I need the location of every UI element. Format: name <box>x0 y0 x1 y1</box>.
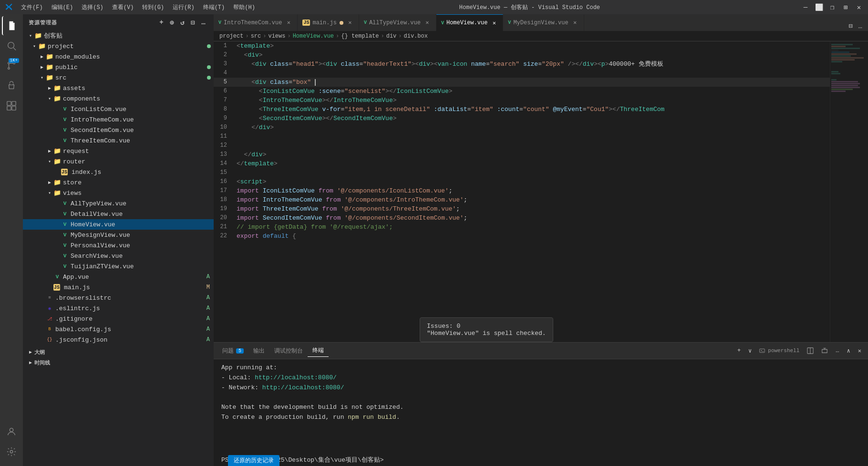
activity-source-control[interactable]: 1K+ <box>2 56 21 75</box>
tree-item-node-modules[interactable]: ▶ 📁 node_modules <box>23 51 214 62</box>
menu-file[interactable]: 文件(F) <box>17 2 47 12</box>
local-url[interactable]: http://localhost:8080/ <box>255 374 337 381</box>
tree-item-public[interactable]: ▶ 📁 public <box>23 62 214 72</box>
tab-all-type[interactable]: V AllTypeView.vue ✕ <box>359 14 436 31</box>
breadcrumb-homeview[interactable]: HomeView.vue <box>293 33 334 40</box>
breadcrumb-template[interactable]: {} template <box>341 33 379 40</box>
tree-item-index-js[interactable]: ▶ JS index.js <box>23 167 214 177</box>
activity-bar: 1K+ <box>0 14 23 466</box>
tree-item-views[interactable]: ▾ 📁 views <box>23 188 214 198</box>
close-panel-button[interactable]: ✕ <box>855 346 864 355</box>
tree-item-router[interactable]: ▾ 📁 router <box>23 156 214 167</box>
panel-tab-problems[interactable]: 问题 5 <box>217 345 248 357</box>
activity-debug[interactable] <box>2 76 21 95</box>
activity-settings[interactable] <box>2 442 21 461</box>
activity-explorer[interactable] <box>2 16 21 35</box>
tab-close-mydesign[interactable]: ✕ <box>571 19 579 27</box>
tree-item-project[interactable]: ▾ 📁 project <box>23 41 214 51</box>
tab-homeview[interactable]: V HomeView.vue ✕ <box>436 14 503 31</box>
activity-search[interactable] <box>2 36 21 55</box>
menu-goto[interactable]: 转到(G) <box>138 2 168 12</box>
tree-item-store[interactable]: ▶ 📁 store <box>23 177 214 188</box>
tree-root[interactable]: ▾ 📁 创客贴 <box>23 30 214 41</box>
new-file-icon[interactable]: + <box>157 18 166 27</box>
layout-button[interactable]: ⊞ <box>840 2 851 12</box>
tree-item-app-vue[interactable]: ▶ V App.vue A <box>23 272 214 282</box>
maximize-button[interactable]: ❐ <box>827 2 837 12</box>
kill-terminal-button[interactable] <box>818 346 831 355</box>
window-title: HomeView.vue — 创客贴 - Visual Studio Code <box>259 3 800 11</box>
breadcrumb-div[interactable]: div <box>386 33 397 40</box>
new-terminal-button[interactable]: + <box>734 346 744 355</box>
tab-mydesign[interactable]: V MyDesignView.vue ✕ <box>503 14 584 31</box>
breadcrumb-project[interactable]: project <box>219 33 243 40</box>
tree-item-assets[interactable]: ▶ 📁 assets <box>23 83 214 93</box>
tree-arrow-src: ▾ <box>38 74 46 81</box>
refresh-icon[interactable]: ↺ <box>178 18 187 27</box>
tree-item-intro-theme[interactable]: ▶ V IntroThemeCom.vue <box>23 114 214 125</box>
tree-item-search[interactable]: ▶ V SearchView.vue <box>23 251 214 261</box>
tree-item-gitignore[interactable]: ▶ ⎇ .gitignore A <box>23 314 214 324</box>
tree-item-mydesign[interactable]: ▶ V MyDesignView.vue <box>23 230 214 240</box>
tree-label-app-vue: App.vue <box>63 274 207 281</box>
tree-item-src[interactable]: ▾ 📁 src <box>23 72 214 83</box>
panel-tab-debug-console[interactable]: 调试控制台 <box>269 345 308 357</box>
tree-item-second-item[interactable]: ▶ V SecondItemCom.vue <box>23 125 214 135</box>
collapse-icon[interactable]: ⊟ <box>189 18 197 27</box>
tree-section-timeline[interactable]: ▶ 时间线 <box>23 357 214 368</box>
tree-item-all-type[interactable]: ▶ V AllTypeView.vue <box>23 198 214 209</box>
breadcrumb-views[interactable]: views <box>268 33 285 40</box>
tab-intro-theme[interactable]: V IntroThemeCom.vue ✕ <box>214 14 298 31</box>
tab-close-main-js[interactable]: ✕ <box>346 19 354 27</box>
tree-item-eslintrc[interactable]: ▶ ◉ .eslintrc.js A <box>23 303 214 314</box>
tree-item-icon-list[interactable]: ▶ V IconListCom.vue <box>23 104 214 114</box>
breadcrumb-div-box[interactable]: div.box <box>404 33 428 40</box>
panel: 问题 5 输出 调试控制台 终端 + ∨ <box>214 342 868 466</box>
tab-main-js[interactable]: JS main.js ✕ <box>298 14 359 31</box>
menu-select[interactable]: 选择(S) <box>78 2 107 12</box>
tree-item-babel[interactable]: ▶ B babel.config.js A <box>23 324 214 334</box>
tab-close-intro-theme[interactable]: ✕ <box>285 19 292 27</box>
more-tabs-button[interactable]: … <box>857 21 864 31</box>
menu-view[interactable]: 查看(V) <box>108 2 138 12</box>
line-num-5: 5 <box>214 78 233 87</box>
network-url[interactable]: http://localhost:8080/ <box>262 384 344 391</box>
menu-terminal[interactable]: 终端(T) <box>199 2 229 12</box>
tree-item-detail[interactable]: ▶ V DetailView.vue <box>23 209 214 219</box>
tree-item-homeview[interactable]: ▶ V HomeView.vue <box>23 219 214 230</box>
tab-close-all-type[interactable]: ✕ <box>424 19 431 27</box>
browserslist-icon: ≡ <box>46 294 53 302</box>
split-editor-button[interactable]: ⊟ <box>847 21 854 31</box>
code-editor[interactable]: 1 <template> 2 <div> 3 <div class="head1… <box>214 41 830 342</box>
menu-run[interactable]: 运行(R) <box>169 2 198 12</box>
restore-button[interactable]: ⬜ <box>814 2 824 12</box>
tree-item-request[interactable]: ▶ 📁 request <box>23 146 214 156</box>
split-terminal-button[interactable] <box>804 346 816 355</box>
tree-item-browserslistrc[interactable]: ▶ ≡ .browserslistrc A <box>23 293 214 303</box>
tree-item-components[interactable]: ▾ 📁 components <box>23 93 214 104</box>
close-button[interactable]: ✕ <box>854 2 864 12</box>
collapse-panel-button[interactable]: ∧ <box>844 346 853 355</box>
minimize-button[interactable]: — <box>800 2 811 12</box>
tree-item-main-js[interactable]: ▶ JS main.js M <box>23 282 214 293</box>
more-icon[interactable]: … <box>199 18 208 27</box>
more-actions-button[interactable]: … <box>833 346 842 355</box>
main-js-badge: M <box>207 284 210 291</box>
tree-section-outline[interactable]: ▶ 大纲 <box>23 347 214 357</box>
tree-item-three-item[interactable]: ▶ V ThreeItemCom.vue <box>23 135 214 146</box>
tree-item-jsconfig[interactable]: ▶ {} .jsconfig.json A <box>23 334 214 345</box>
activity-extensions[interactable] <box>2 96 21 115</box>
tree-item-personal[interactable]: ▶ V PersonalView.vue <box>23 240 214 251</box>
history-restore-button[interactable]: 还原的历史记录 <box>228 455 279 466</box>
menu-edit[interactable]: 编辑(E) <box>48 2 77 12</box>
panel-tab-output[interactable]: 输出 <box>248 345 269 357</box>
code-line-2: 2 <div> <box>214 51 830 60</box>
terminal-dropdown-button[interactable]: ∨ <box>745 346 754 355</box>
panel-tab-terminal[interactable]: 终端 <box>308 344 329 357</box>
activity-accounts[interactable] <box>2 422 21 441</box>
tree-item-tuijian[interactable]: ▶ V TuijianZTView.vue <box>23 261 214 272</box>
menu-help[interactable]: 帮助(H) <box>229 2 259 12</box>
tab-close-homeview[interactable]: ✕ <box>490 19 498 27</box>
breadcrumb-src[interactable]: src <box>251 33 261 40</box>
new-folder-icon[interactable]: ⊕ <box>168 18 176 27</box>
